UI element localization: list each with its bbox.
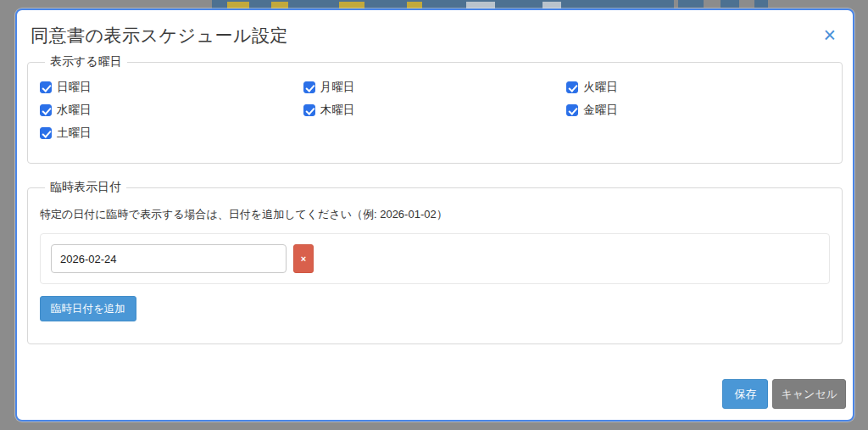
weekday-label: 日曜日 — [57, 80, 92, 95]
background-text-fragment — [754, 0, 768, 8]
dialog-title: 同意書の表示スケジュール設定 — [31, 24, 288, 47]
weekday-label: 水曜日 — [57, 103, 92, 118]
background-text-fragment — [271, 2, 288, 8]
background-text-fragment — [466, 2, 495, 8]
weekday-label: 月曜日 — [320, 80, 355, 95]
background-text-fragment — [721, 0, 739, 8]
checkbox-thursday[interactable] — [303, 104, 315, 116]
temp-date-input[interactable] — [51, 244, 287, 273]
weekday-grid: 日曜日 月曜日 火曜日 水曜日 木曜日 — [40, 80, 830, 141]
dialog-footer: 保存 キャンセル — [722, 379, 846, 409]
delete-date-icon[interactable]: × — [293, 244, 314, 273]
background-text-fragment — [227, 2, 249, 8]
background-text-fragment — [407, 2, 422, 8]
weekdays-fieldset: 表示する曜日 日曜日 月曜日 火曜日 水曜日 — [27, 54, 843, 164]
weekday-monday[interactable]: 月曜日 — [303, 80, 567, 95]
temp-dates-help-text: 特定の日付に臨時で表示する場合は、日付を追加してください（例: 2026-01-… — [40, 207, 830, 222]
checkbox-friday[interactable] — [566, 104, 578, 116]
weekday-label: 木曜日 — [320, 103, 355, 118]
checkbox-sunday[interactable] — [40, 81, 52, 93]
date-list: × — [40, 233, 830, 284]
dialog-header: 同意書の表示スケジュール設定 × — [17, 10, 853, 47]
schedule-settings-dialog: 同意書の表示スケジュール設定 × 表示する曜日 日曜日 月曜日 火曜日 — [15, 8, 854, 422]
weekday-label: 金曜日 — [583, 103, 618, 118]
dialog-body: 表示する曜日 日曜日 月曜日 火曜日 水曜日 — [17, 54, 853, 344]
background-banner — [212, 0, 674, 8]
close-icon[interactable]: × — [820, 24, 839, 46]
weekday-wednesday[interactable]: 水曜日 — [40, 103, 303, 118]
weekday-tuesday[interactable]: 火曜日 — [566, 80, 830, 95]
temp-dates-fieldset: 臨時表示日付 特定の日付に臨時で表示する場合は、日付を追加してください（例: 2… — [27, 180, 843, 344]
weekday-label: 火曜日 — [583, 80, 618, 95]
add-temp-date-button[interactable]: 臨時日付を追加 — [40, 296, 136, 321]
weekday-label: 土曜日 — [57, 126, 92, 141]
background-text-fragment — [339, 2, 364, 8]
cancel-button[interactable]: キャンセル — [772, 379, 846, 409]
checkbox-monday[interactable] — [303, 81, 315, 93]
date-row: × — [51, 244, 819, 273]
weekday-sunday[interactable]: 日曜日 — [40, 80, 303, 95]
weekday-saturday[interactable]: 土曜日 — [40, 126, 303, 141]
weekday-friday[interactable]: 金曜日 — [566, 103, 830, 118]
weekdays-legend: 表示する曜日 — [45, 54, 127, 70]
checkbox-saturday[interactable] — [40, 127, 52, 139]
background-text-fragment — [678, 0, 704, 8]
temp-dates-legend: 臨時表示日付 — [45, 180, 126, 195]
weekday-thursday[interactable]: 木曜日 — [303, 103, 567, 118]
checkbox-wednesday[interactable] — [40, 104, 52, 116]
save-button[interactable]: 保存 — [722, 379, 768, 409]
checkbox-tuesday[interactable] — [566, 81, 578, 93]
background-text-fragment — [542, 2, 561, 8]
